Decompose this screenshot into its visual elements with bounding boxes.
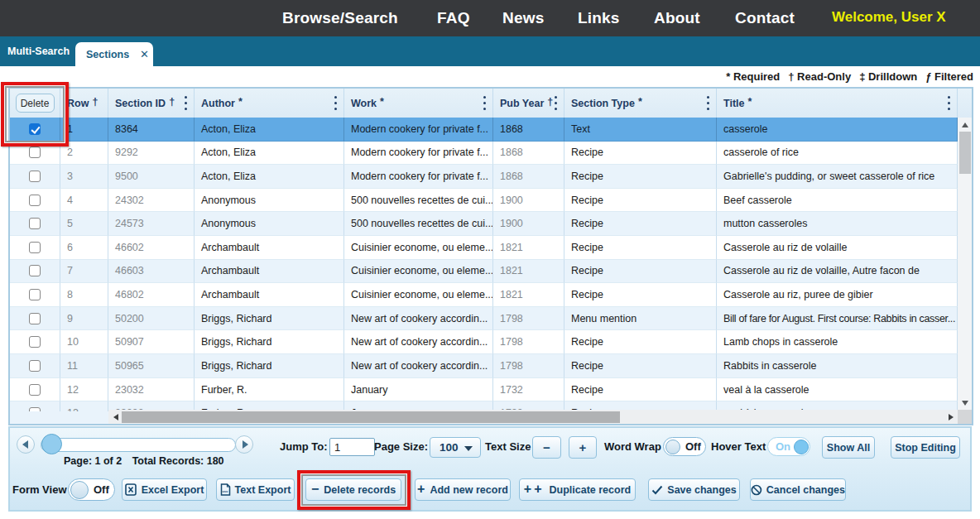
table-row[interactable]: 746603ArchambaultCuisinier econome, ou e… xyxy=(10,260,958,284)
row-checkbox[interactable] xyxy=(29,265,41,276)
cell-row-number[interactable]: 3 xyxy=(60,165,108,189)
cell-section-id[interactable]: 46602 xyxy=(108,236,195,260)
cell-author[interactable]: Archambault xyxy=(195,236,344,260)
row-checkbox[interactable] xyxy=(29,384,41,396)
table-row[interactable]: 646602ArchambaultCuisinier econome, ou e… xyxy=(10,236,958,260)
cell-row-number[interactable]: 12 xyxy=(60,378,108,402)
cell-section-id[interactable]: 9500 xyxy=(108,165,195,189)
table-row[interactable]: 950200Briggs, RichardNew art of cookery … xyxy=(10,307,958,331)
tab-close-icon[interactable]: ✕ xyxy=(140,48,149,60)
cell-section-id[interactable]: 46802 xyxy=(108,283,195,307)
column-header-section-type[interactable]: Section Type* xyxy=(564,89,717,118)
cell-pub-year[interactable]: 1821 xyxy=(493,260,564,284)
cell-section-id[interactable]: 9292 xyxy=(108,142,195,166)
row-checkbox[interactable] xyxy=(29,147,41,158)
vertical-scrollbar-thumb[interactable] xyxy=(959,132,971,174)
column-header-work[interactable]: Work* xyxy=(344,89,493,118)
cell-section-type[interactable]: Recipe xyxy=(564,189,717,213)
word-wrap-toggle[interactable]: Off xyxy=(663,437,706,456)
horizontal-scrollbar[interactable] xyxy=(108,410,958,424)
cell-author[interactable]: Archambault xyxy=(195,260,344,284)
cell-section-id[interactable]: 24302 xyxy=(108,189,195,213)
row-checkbox[interactable] xyxy=(29,171,41,182)
cell-title[interactable]: Lamb chops in casserole xyxy=(717,330,958,354)
row-checkbox[interactable] xyxy=(29,218,41,229)
cell-row-number[interactable]: 2 xyxy=(60,142,108,166)
cell-pub-year[interactable]: 1900 xyxy=(493,189,564,213)
cell-author[interactable]: Anonymous xyxy=(195,189,344,213)
cell-title[interactable]: Casserole au riz de volaille, Autre faco… xyxy=(717,260,958,284)
table-row[interactable]: 1150965Briggs, RichardNew art of cookery… xyxy=(10,354,958,378)
row-checkbox[interactable] xyxy=(29,360,41,372)
cell-section-type[interactable]: Recipe xyxy=(564,283,717,307)
nav-about[interactable]: About xyxy=(654,0,700,36)
nav-links[interactable]: Links xyxy=(578,0,620,36)
jump-to-input[interactable] xyxy=(329,438,375,456)
welcome-user-text[interactable]: Welcome, User X xyxy=(832,0,946,36)
cell-work[interactable]: Cuisinier econome, ou eleme... xyxy=(344,236,493,260)
cell-title[interactable]: casserole xyxy=(717,118,958,142)
nav-browse-search[interactable]: Browse/Search xyxy=(282,0,398,36)
cell-title[interactable]: casserole of rice xyxy=(717,142,958,166)
nav-faq[interactable]: FAQ xyxy=(437,0,470,36)
cell-pub-year[interactable]: 1900 xyxy=(493,212,564,236)
cell-title[interactable]: veal à la casserole xyxy=(717,378,958,402)
cell-row-number[interactable]: 11 xyxy=(60,354,108,378)
table-row[interactable]: 1050907Briggs, RichardNew art of cookery… xyxy=(10,330,958,354)
column-header-author[interactable]: Author* xyxy=(195,89,344,118)
cell-author[interactable]: Briggs, Richard xyxy=(195,307,344,331)
cell-section-type[interactable]: Recipe xyxy=(564,236,717,260)
duplicate-record-button[interactable]: ++ Duplicate record xyxy=(519,478,636,501)
cell-work[interactable]: 500 nouvelles recettes de cui... xyxy=(344,212,493,236)
cell-section-id[interactable]: 24573 xyxy=(108,212,195,236)
delete-column-header-button[interactable]: Delete xyxy=(16,94,55,113)
nav-contact[interactable]: Contact xyxy=(735,0,795,36)
column-menu-icon[interactable] xyxy=(944,96,953,110)
cell-pub-year[interactable]: 1821 xyxy=(493,236,564,260)
cell-title[interactable]: mutton casseroles xyxy=(717,212,958,236)
cell-pub-year[interactable]: 1732 xyxy=(493,378,564,402)
form-view-toggle[interactable]: Off xyxy=(68,478,115,501)
page-slider-thumb[interactable] xyxy=(41,434,62,454)
vertical-scrollbar[interactable] xyxy=(958,118,972,410)
nav-news[interactable]: News xyxy=(502,0,544,36)
cell-work[interactable]: Cuisinier econome, ou eleme... xyxy=(344,260,493,284)
cell-work[interactable]: Cuisinier econome, ou eleme... xyxy=(344,283,493,307)
cell-section-id[interactable]: 23032 xyxy=(108,378,195,402)
cancel-changes-button[interactable]: Cancel changes xyxy=(750,478,846,501)
add-new-record-button[interactable]: + Add new record xyxy=(415,478,511,501)
cell-section-id[interactable]: 50907 xyxy=(108,330,195,354)
cell-work[interactable]: New art of cookery accordin... xyxy=(344,307,493,331)
cell-pub-year[interactable]: 1798 xyxy=(493,307,564,331)
cell-pub-year[interactable]: 1821 xyxy=(493,283,564,307)
cell-author[interactable]: Briggs, Richard xyxy=(195,354,344,378)
cell-section-id[interactable]: 8364 xyxy=(108,118,195,142)
text-size-decrease-button[interactable]: − xyxy=(532,436,561,459)
table-row[interactable]: 524573Anonymous500 nouvelles recettes de… xyxy=(10,212,958,236)
table-row[interactable]: 29292Acton, ElizaModern cookery for priv… xyxy=(10,142,958,166)
page-next-button[interactable] xyxy=(235,435,253,454)
column-header-title[interactable]: Title* xyxy=(717,89,958,118)
cell-work[interactable]: Modern cookery for private f... xyxy=(344,165,493,189)
cell-work[interactable]: Modern cookery for private f... xyxy=(344,142,493,166)
column-menu-icon[interactable] xyxy=(551,96,560,110)
cell-row-number[interactable]: 9 xyxy=(60,307,108,331)
scroll-up-arrow[interactable] xyxy=(958,118,972,132)
cell-title[interactable]: Bill of fare for August. First course: R… xyxy=(717,307,958,331)
column-menu-icon[interactable] xyxy=(704,96,712,110)
cell-author[interactable]: Archambault xyxy=(195,283,344,307)
cell-author[interactable]: Acton, Eliza xyxy=(195,142,344,166)
column-menu-icon[interactable] xyxy=(181,96,190,110)
column-menu-icon[interactable] xyxy=(480,96,488,110)
column-header-row[interactable]: Row† xyxy=(60,89,108,118)
page-size-select[interactable]: 100 xyxy=(430,437,481,458)
cell-section-type[interactable]: Recipe xyxy=(564,330,717,354)
page-slider-track[interactable] xyxy=(41,438,236,452)
cell-row-number[interactable]: 1 xyxy=(60,118,108,142)
cell-title[interactable]: Gabrielle's pudding, or sweet casserole … xyxy=(717,165,958,189)
cell-title[interactable]: Casserole au riz, puree de gibier xyxy=(717,283,958,307)
horizontal-scrollbar-thumb[interactable] xyxy=(122,411,620,423)
cell-section-type[interactable]: Recipe xyxy=(564,142,717,166)
row-checkbox[interactable] xyxy=(29,313,41,324)
cell-work[interactable]: New art of cookery accordin... xyxy=(344,354,493,378)
